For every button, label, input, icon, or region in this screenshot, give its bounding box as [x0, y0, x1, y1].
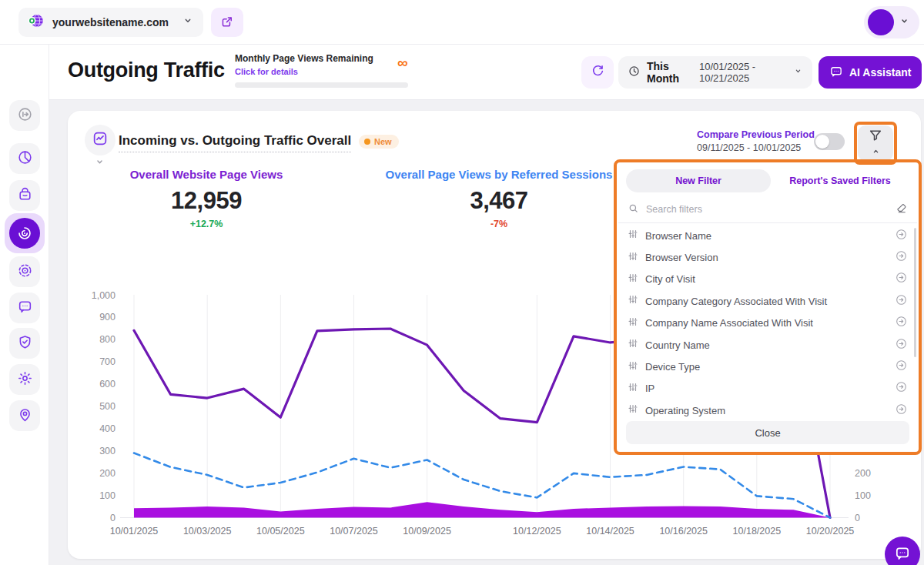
svg-text:200: 200 — [855, 468, 871, 479]
shield-icon — [17, 334, 33, 353]
radar-icon — [9, 218, 40, 249]
filter-search-input[interactable] — [646, 204, 889, 215]
infinity-badge: ∞ — [397, 55, 408, 72]
quota-details-link[interactable]: Click for details — [235, 67, 298, 76]
panel-scrollbar[interactable] — [914, 228, 916, 357]
date-preset: This Month — [647, 60, 693, 85]
filter-item-label: City of Visit — [645, 273, 888, 285]
arrow-right-circle-icon — [895, 249, 908, 266]
clock-icon — [628, 65, 641, 81]
sidebar-item-dashboard[interactable] — [9, 143, 40, 174]
bag-icon — [17, 186, 33, 206]
sliders-icon — [628, 294, 638, 308]
filter-item-label: Operating System — [645, 405, 888, 416]
chat-bubble-icon — [894, 545, 911, 564]
sliders-icon — [628, 338, 638, 352]
svg-text:10/16/2025: 10/16/2025 — [659, 526, 708, 537]
chat-icon — [17, 299, 33, 318]
filter-list: Browser NameBrowser VersionCity of Visit… — [617, 223, 919, 418]
filter-panel: New Filter Report's Saved Filters Browse… — [614, 159, 922, 455]
sliders-icon — [628, 403, 638, 417]
sidebar-item-traffic-insights[interactable] — [5, 213, 45, 253]
sidebar-item-visitor-location[interactable] — [9, 400, 40, 431]
svg-text:10/14/2025: 10/14/2025 — [586, 526, 634, 537]
svg-text:200: 200 — [99, 468, 116, 479]
filter-item[interactable]: Country Name — [617, 334, 919, 356]
sidebar-item-ecommerce[interactable] — [9, 180, 40, 211]
arrow-right-circle-icon — [895, 271, 908, 287]
svg-text:10/01/2025: 10/01/2025 — [110, 526, 159, 537]
filter-item[interactable]: City of Visit — [617, 269, 919, 290]
filter-panel-tabs: New Filter Report's Saved Filters — [626, 169, 909, 192]
filter-item[interactable]: Company Name Associated With Visit — [617, 313, 919, 334]
arrow-right-circle-icon — [895, 315, 908, 331]
topbar: yourwebsitename.com — [0, 0, 924, 45]
svg-text:600: 600 — [99, 379, 116, 389]
svg-text:10/05/2025: 10/05/2025 — [256, 526, 305, 537]
filter-item[interactable]: Company Category Associated With Visit — [617, 290, 919, 312]
page-header: Outgoing Traffic Monthly Page Views Rema… — [49, 45, 924, 100]
svg-text:10/12/2025: 10/12/2025 — [513, 526, 561, 537]
quota-label: Monthly Page Views Remaining — [235, 53, 412, 64]
external-link-icon — [220, 15, 234, 31]
sidebar-item-communication[interactable] — [9, 293, 40, 323]
filter-item-label: Device Type — [645, 361, 888, 373]
website-globe-icon — [28, 12, 45, 32]
svg-text:700: 700 — [99, 356, 116, 367]
date-range-value: 10/01/2025 - 10/21/2025 — [699, 61, 787, 84]
filter-item-label: Browser Name — [645, 230, 888, 242]
arrow-right-circle-icon — [895, 380, 908, 396]
sidebar-item-session-recordings[interactable] — [9, 256, 40, 287]
ai-chat-icon — [829, 65, 843, 81]
quota-progress-bar — [235, 82, 408, 88]
filter-item[interactable]: Browser Version — [617, 246, 919, 268]
arrow-right-circle-icon — [895, 337, 908, 353]
arrow-right-circle-icon — [895, 359, 908, 375]
svg-text:10/07/2025: 10/07/2025 — [330, 526, 378, 537]
content-area: 01002003004005006007008009001,0002001000… — [49, 100, 924, 565]
app-root: yourwebsitename.com Outgoing Traffic Mon… — [0, 0, 924, 565]
record-icon — [17, 262, 33, 282]
filter-panel-close-button[interactable]: Close — [626, 421, 909, 444]
sidebar-item-privacy[interactable] — [9, 328, 40, 359]
search-icon — [628, 202, 639, 217]
svg-text:800: 800 — [99, 334, 116, 345]
filter-search-row — [618, 196, 917, 223]
svg-text:100: 100 — [855, 490, 871, 501]
sliders-icon — [628, 382, 638, 396]
chevron-down-icon — [182, 15, 194, 30]
date-range-selector[interactable]: This Month 10/01/2025 - 10/21/2025 — [618, 56, 812, 89]
svg-text:0: 0 — [110, 513, 116, 523]
filter-item[interactable]: Browser Name — [617, 225, 919, 246]
filter-item[interactable]: Device Type — [617, 356, 919, 377]
filter-item-label: Country Name — [645, 339, 888, 351]
traffic-card: 01002003004005006007008009001,0002001000… — [68, 111, 921, 559]
sliders-icon — [628, 316, 638, 330]
filter-item[interactable]: IP — [617, 378, 919, 400]
filter-item-label: IP — [645, 383, 888, 394]
svg-text:900: 900 — [99, 312, 116, 323]
arrow-right-circle-icon — [895, 228, 908, 244]
filter-item[interactable]: Operating System — [617, 400, 919, 418]
open-website-button[interactable] — [211, 8, 243, 37]
avatar — [868, 9, 894, 35]
sliders-icon — [628, 229, 638, 242]
ai-assistant-button[interactable]: AI Assistant — [819, 56, 922, 89]
filter-item-label: Company Name Associated With Visit — [645, 317, 888, 329]
svg-text:100: 100 — [99, 490, 116, 501]
sidebar-item-settings[interactable] — [9, 364, 40, 395]
svg-text:0: 0 — [855, 513, 860, 523]
account-menu[interactable] — [864, 6, 919, 38]
tab-saved-filters[interactable]: Report's Saved Filters — [771, 176, 909, 186]
clear-filters-icon[interactable] — [896, 202, 908, 217]
website-selector[interactable]: yourwebsitename.com — [18, 8, 203, 37]
refresh-icon — [591, 64, 605, 81]
sidebar-item-collapse-panel[interactable] — [9, 100, 40, 131]
sliders-icon — [628, 360, 638, 374]
pie-icon — [17, 149, 33, 169]
filter-item-label: Company Category Associated With Visit — [645, 296, 888, 307]
refresh-button[interactable] — [581, 56, 614, 89]
arrow-right-circle-icon — [895, 293, 908, 309]
filter-item-label: Browser Version — [645, 252, 888, 263]
tab-new-filter[interactable]: New Filter — [626, 169, 771, 192]
